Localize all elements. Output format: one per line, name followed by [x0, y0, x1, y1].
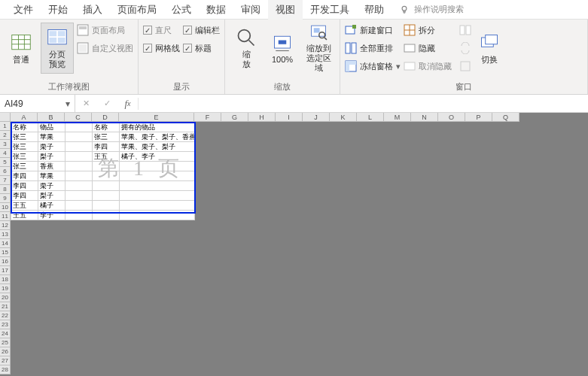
name-box[interactable]: AI49 ▾	[0, 95, 75, 112]
cell[interactable]	[466, 211, 493, 220]
cell[interactable]	[303, 211, 331, 220]
row-header-17[interactable]: 17	[0, 266, 11, 275]
cell[interactable]	[11, 265, 38, 274]
cell[interactable]	[66, 293, 93, 302]
cell[interactable]	[249, 256, 276, 265]
cell[interactable]	[412, 201, 439, 211]
cell[interactable]	[120, 284, 195, 293]
cell[interactable]	[331, 329, 358, 338]
cell[interactable]	[66, 132, 93, 142]
col-header-L[interactable]: L	[357, 113, 384, 122]
cell[interactable]	[493, 142, 520, 152]
row-header-26[interactable]: 26	[0, 347, 11, 356]
cell[interactable]	[466, 229, 493, 238]
cell[interactable]	[493, 302, 520, 311]
cell[interactable]	[303, 132, 331, 142]
menu-pagelayout[interactable]: 页面布局	[110, 0, 164, 20]
cell[interactable]	[195, 152, 222, 162]
cell[interactable]	[331, 229, 358, 238]
cell[interactable]	[493, 365, 520, 374]
cell[interactable]	[249, 302, 276, 311]
cell[interactable]	[276, 320, 303, 329]
col-header-K[interactable]: K	[330, 113, 357, 122]
cell[interactable]	[385, 365, 412, 374]
cell[interactable]	[195, 365, 222, 374]
cell[interactable]	[195, 302, 222, 311]
cell[interactable]	[276, 162, 303, 171]
cell[interactable]	[493, 181, 520, 191]
cell[interactable]	[93, 274, 120, 284]
cell[interactable]	[439, 229, 466, 238]
cell[interactable]	[466, 201, 493, 211]
cell[interactable]	[493, 274, 520, 284]
cell[interactable]	[222, 162, 249, 171]
cell[interactable]	[195, 356, 222, 365]
cell[interactable]	[11, 220, 38, 229]
cell[interactable]	[358, 229, 385, 238]
cell[interactable]	[412, 247, 439, 256]
cell[interactable]	[222, 229, 249, 238]
menu-home[interactable]: 开始	[41, 0, 75, 20]
cell[interactable]	[93, 211, 120, 220]
cell[interactable]	[303, 347, 331, 356]
cell[interactable]	[93, 356, 120, 365]
cell[interactable]: 橘子、李子	[120, 152, 195, 162]
cell[interactable]	[385, 329, 412, 338]
cell[interactable]	[493, 162, 520, 171]
cell[interactable]	[11, 329, 38, 338]
spreadsheet-grid[interactable]: ABCDEFGHIJKLMNOPQ 1234567891011121314151…	[0, 113, 588, 376]
freeze-panes-button[interactable]: 冻结窗格▾	[345, 59, 401, 74]
cell[interactable]	[439, 302, 466, 311]
cell[interactable]	[358, 220, 385, 229]
cell[interactable]	[439, 238, 466, 247]
cell[interactable]	[195, 247, 222, 256]
cell[interactable]	[331, 320, 358, 329]
menu-view[interactable]: 视图	[268, 0, 303, 20]
cell[interactable]	[385, 132, 412, 142]
cell[interactable]: 苹果、栗子、梨子、香蕉	[120, 132, 195, 142]
cell[interactable]	[222, 329, 249, 338]
col-header-B[interactable]: B	[38, 113, 65, 122]
cell[interactable]	[276, 191, 303, 201]
cell[interactable]	[358, 320, 385, 329]
cell[interactable]	[303, 220, 331, 229]
cell[interactable]	[439, 274, 466, 284]
row-header-27[interactable]: 27	[0, 356, 11, 365]
menu-help[interactable]: 帮助	[357, 0, 391, 20]
cell[interactable]	[11, 284, 38, 293]
cell[interactable]	[11, 293, 38, 302]
cell[interactable]	[303, 181, 331, 191]
cell[interactable]	[120, 220, 195, 229]
cell[interactable]	[439, 311, 466, 320]
col-header-I[interactable]: I	[276, 113, 303, 122]
cell[interactable]	[222, 220, 249, 229]
cell[interactable]	[385, 265, 412, 274]
cell[interactable]	[249, 265, 276, 274]
cell[interactable]	[466, 374, 493, 377]
cell[interactable]	[466, 338, 493, 347]
cell[interactable]	[331, 256, 358, 265]
cell[interactable]	[466, 181, 493, 191]
cell[interactable]	[412, 338, 439, 347]
cell[interactable]	[93, 338, 120, 347]
cell[interactable]	[38, 320, 66, 329]
cell[interactable]	[276, 171, 303, 181]
cell[interactable]	[439, 329, 466, 338]
cell[interactable]	[120, 247, 195, 256]
cell[interactable]	[66, 211, 93, 220]
cell[interactable]	[412, 256, 439, 265]
cell[interactable]	[66, 311, 93, 320]
cell[interactable]: 梨子	[38, 191, 66, 201]
cell[interactable]	[439, 293, 466, 302]
cell[interactable]	[358, 365, 385, 374]
cell[interactable]	[466, 347, 493, 356]
cell[interactable]	[493, 293, 520, 302]
cell[interactable]: 李四	[11, 191, 38, 201]
cell[interactable]	[412, 142, 439, 152]
cell[interactable]	[439, 211, 466, 220]
cell[interactable]	[439, 220, 466, 229]
cell[interactable]	[249, 356, 276, 365]
col-header-C[interactable]: C	[65, 113, 92, 122]
cell[interactable]	[493, 329, 520, 338]
cell[interactable]	[493, 320, 520, 329]
